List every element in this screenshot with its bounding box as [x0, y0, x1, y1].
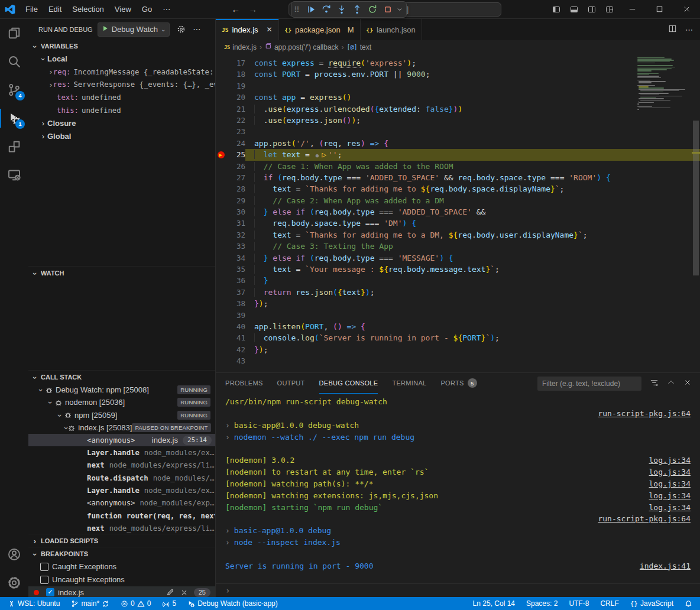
code-line[interactable]: 39 [216, 310, 700, 321]
watch-header[interactable]: ›WATCH [28, 267, 215, 280]
breakpoint-checkbox[interactable] [40, 576, 48, 584]
activitybar-search[interactable] [0, 47, 28, 76]
code-line[interactable]: 21 .use(express.urlencoded({extended: fa… [216, 103, 700, 115]
gutter-glyph[interactable] [216, 92, 228, 103]
gutter-glyph[interactable] [216, 69, 228, 80]
breakpoint-row[interactable]: Uncaught Exceptions [28, 573, 215, 586]
line-number[interactable]: 24 [228, 138, 245, 149]
statusbar-notifications[interactable] [683, 597, 694, 610]
gutter-glyph[interactable] [216, 264, 228, 275]
breakpoint-row[interactable]: index.js25 [28, 586, 215, 597]
variables-header[interactable]: ›VARIABLES [28, 40, 215, 53]
activitybar-extensions[interactable] [0, 132, 28, 161]
code-line[interactable]: 40app.listen(PORT, () => { [216, 321, 700, 332]
console-source-link[interactable]: log.js:34 [649, 491, 691, 500]
code-line[interactable]: 31 req.body.space.type === 'DM') { [216, 218, 700, 229]
start-debug-icon[interactable] [102, 25, 109, 34]
panel-tab-output[interactable]: OUTPUT [277, 374, 305, 394]
gutter-glyph[interactable] [216, 80, 228, 92]
call-stack-header[interactable]: ›CALL STACK [28, 371, 215, 384]
activitybar-account[interactable] [0, 540, 28, 569]
code-line[interactable]: 30 } else if (req.body.type === 'ADDED_T… [216, 206, 700, 218]
tab-package-json[interactable]: {}package.jsonM [279, 19, 361, 40]
code-line[interactable]: 43 [216, 355, 700, 366]
nav-back-icon[interactable]: ← [231, 4, 240, 14]
debug-settings-gear-icon[interactable] [177, 25, 186, 34]
line-number[interactable]: 41 [228, 332, 245, 343]
stack-frame-row[interactable]: <anonymous>node_modules/express… [28, 497, 215, 510]
restart-button[interactable] [365, 2, 380, 17]
gutter-glyph[interactable] [216, 138, 228, 149]
line-number[interactable]: 40 [228, 321, 245, 332]
debug-session-row[interactable]: ›Debug Watch: npm [25008]RUNNING [28, 384, 215, 396]
variable-row[interactable]: ›req:IncomingMessage {_readableState: … [28, 66, 215, 79]
console-filter-input[interactable]: Filter (e.g. text, !exclude) [537, 377, 641, 391]
line-number[interactable]: 43 [228, 355, 245, 366]
line-number[interactable]: 20 [228, 92, 245, 103]
pencil-icon[interactable] [166, 588, 174, 596]
gutter-glyph[interactable] [216, 172, 228, 183]
stack-frame-row[interactable]: Route.dispatchnode_modules/exp… [28, 472, 215, 484]
step-into-button[interactable] [334, 2, 349, 17]
statusbar-ports-forwarded[interactable]: 5 [160, 597, 178, 610]
step-out-button[interactable] [349, 2, 365, 17]
breadcrumb-item[interactable]: JSindex.js [224, 43, 257, 51]
stack-frame-row[interactable]: nextnode_modules/express/lib/rout… [28, 459, 215, 472]
gutter-glyph[interactable] [216, 241, 228, 252]
console-source-link[interactable]: run-script-pkg.js:64 [598, 514, 691, 523]
gutter-glyph[interactable] [216, 275, 228, 286]
code-line[interactable]: 37 return res.json({text}); [216, 287, 700, 298]
gutter-glyph[interactable] [216, 287, 228, 298]
menu-selection[interactable]: Selection [67, 3, 109, 16]
editor-more-actions-icon[interactable]: ⋯ [685, 25, 693, 34]
code-editor[interactable]: 17const express = require('express');18c… [216, 54, 700, 372]
code-line[interactable]: 19 [216, 80, 700, 92]
tab-launch-json[interactable]: {}launch.json [361, 19, 422, 40]
line-number[interactable]: 21 [228, 103, 245, 115]
code-line[interactable]: 32 text = `Thanks for adding me to a DM,… [216, 229, 700, 241]
statusbar-remote-indicator[interactable]: WSL: Ubuntu [6, 597, 61, 610]
close-button[interactable] [673, 0, 700, 19]
output-chevron-icon[interactable]: › [225, 433, 230, 442]
code-line[interactable]: 33 // Case 3: Texting the App [216, 241, 700, 252]
toggle-sidebar-icon[interactable] [547, 1, 565, 18]
code-line[interactable]: 25 let text = ●▷''; [216, 149, 700, 160]
stack-frame-row[interactable]: nextnode_modules/express/lib/rout… [28, 522, 215, 534]
loaded-scripts-header[interactable]: ›LOADED SCRIPTS [28, 534, 215, 547]
gutter-glyph[interactable] [216, 344, 228, 355]
line-number[interactable]: 33 [228, 241, 245, 252]
gutter-glyph[interactable] [216, 126, 228, 137]
activitybar-remote-explorer[interactable] [0, 161, 28, 189]
code-line[interactable]: 42}); [216, 344, 700, 355]
gutter-glyph[interactable] [216, 149, 228, 160]
line-number[interactable]: 39 [228, 310, 245, 321]
code-line[interactable]: 23 [216, 126, 700, 137]
scope-closure[interactable]: ›Closure [28, 117, 215, 130]
menu-file[interactable]: File [20, 3, 43, 16]
statusbar-encoding[interactable]: UTF-8 [567, 597, 591, 610]
statusbar-problems[interactable]: 00 [119, 597, 153, 610]
code-line[interactable]: 17const express = require('express'); [216, 57, 700, 69]
panel-tab-debug-console[interactable]: DEBUG CONSOLE [319, 374, 378, 394]
collapse-panel-icon[interactable] [667, 378, 675, 388]
scope-global[interactable]: ›Global [28, 130, 215, 143]
toolbar-grip-icon[interactable]: ⠿ [294, 5, 303, 14]
output-chevron-icon[interactable]: › [225, 526, 230, 535]
nav-forward-icon[interactable]: → [248, 4, 257, 14]
line-number[interactable]: 26 [228, 161, 245, 172]
line-number[interactable]: 32 [228, 229, 245, 241]
menu-edit[interactable]: Edit [43, 3, 67, 16]
code-line[interactable]: 36 } [216, 275, 700, 286]
code-line[interactable]: 28 text = `Thanks for adding me to ${req… [216, 183, 700, 194]
code-line[interactable]: 18const PORT = process.env.PORT || 9000; [216, 69, 700, 80]
menu-go[interactable]: Go [137, 3, 157, 16]
code-line[interactable]: 26 // Case 1: When App was added to the … [216, 161, 700, 172]
tab-close-icon[interactable]: ✕ [267, 25, 273, 34]
statusbar-indentation[interactable]: Spaces: 2 [524, 597, 559, 610]
console-source-link[interactable]: run-script-pkg.js:64 [598, 409, 691, 418]
line-number[interactable]: 22 [228, 115, 245, 126]
activitybar-source-control[interactable]: 4 [0, 76, 28, 104]
line-number[interactable]: 19 [228, 80, 245, 92]
line-number[interactable]: 36 [228, 275, 245, 286]
activitybar-files[interactable] [0, 19, 28, 47]
